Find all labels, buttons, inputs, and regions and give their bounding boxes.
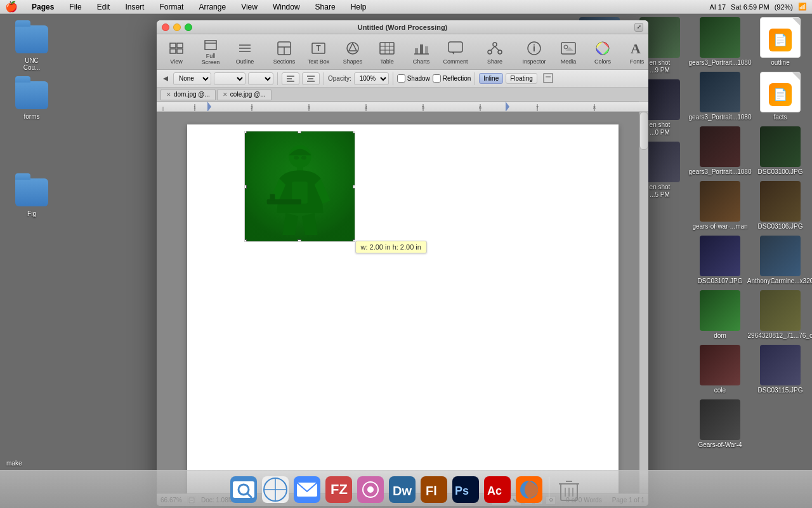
paragraph-style-select[interactable]: None bbox=[173, 72, 211, 85]
fullscreen-icon bbox=[202, 39, 219, 51]
scrollbar-vertical[interactable] bbox=[639, 112, 648, 493]
toolbar-shapes-button[interactable]: Shapes bbox=[337, 37, 369, 67]
toolbar-fullscreen-label: Full Screen bbox=[199, 53, 223, 65]
dock-photoshop[interactable]: Ps bbox=[451, 475, 480, 504]
menu-pages[interactable]: Pages bbox=[28, 3, 58, 11]
window-close-button[interactable] bbox=[162, 23, 169, 31]
toolbar-comment-button[interactable]: Comment bbox=[440, 37, 471, 67]
menu-edit[interactable]: Edit bbox=[93, 3, 114, 11]
toolbar-colors-label: Colors bbox=[594, 58, 611, 65]
floating-button[interactable]: Floating bbox=[506, 73, 537, 84]
dock-firefox[interactable] bbox=[514, 475, 544, 504]
window-minimize-button[interactable] bbox=[173, 23, 181, 31]
desktop-icon-forms[interactable]: forms bbox=[6, 76, 57, 123]
menubar-adobe: AI 17 bbox=[709, 3, 726, 11]
tab-cole-close[interactable]: ✕ bbox=[223, 91, 228, 98]
dock-mail[interactable] bbox=[292, 475, 322, 504]
toolbar-textbox-button[interactable]: T Text Box bbox=[303, 37, 334, 67]
tab-dom[interactable]: ✕ dom.jpg @... bbox=[160, 89, 216, 100]
reflection-checkbox[interactable] bbox=[433, 74, 441, 83]
dock: FZ Dw Fl Ps Ac bbox=[0, 470, 812, 508]
desktop-icon-fig[interactable]: Fig bbox=[6, 173, 57, 220]
dock-finder[interactable] bbox=[229, 475, 258, 504]
tab-cole[interactable]: ✕ cole.jpg @... bbox=[217, 89, 272, 100]
desktop-icon-gears-of-war4[interactable]: Gears-of-War-4 bbox=[691, 399, 749, 449]
menu-file[interactable]: File bbox=[65, 3, 85, 11]
toolbar-outline-label: Outline bbox=[236, 58, 254, 65]
svg-text:4: 4 bbox=[365, 105, 367, 110]
desktop-icon-dsc03115[interactable]: DSC03115.JPG bbox=[752, 345, 809, 394]
reflection-checkbox-label: Reflection bbox=[433, 74, 471, 83]
toolbar-view-button[interactable]: View bbox=[160, 37, 192, 67]
toolbar-table-button[interactable]: Table bbox=[371, 37, 403, 67]
svg-marker-15 bbox=[349, 43, 357, 51]
toolbar-sections-button[interactable]: Sections bbox=[268, 37, 300, 67]
desktop-icon-dsc03100[interactable]: DSC03100.JPG bbox=[752, 126, 809, 176]
svg-text:T: T bbox=[316, 44, 321, 53]
toolbar-inspector-button[interactable]: i Inspector bbox=[518, 37, 550, 67]
menubar-battery: (92%) bbox=[775, 3, 793, 11]
desktop-icon-gearsofwar[interactable]: gears-of-war-...man bbox=[691, 181, 749, 231]
scrollbar-thumb[interactable] bbox=[639, 112, 648, 150]
svg-text:Ac: Ac bbox=[487, 485, 502, 497]
desktop-icon-anthony[interactable]: AnthonyCarmine...x320 bbox=[752, 236, 809, 285]
dock-dreamweaver[interactable]: Dw bbox=[388, 475, 417, 504]
shadow-checkbox[interactable] bbox=[397, 74, 405, 83]
font-family-select[interactable] bbox=[214, 72, 246, 85]
opacity-select[interactable]: 100% bbox=[354, 72, 389, 85]
svg-marker-66 bbox=[207, 102, 211, 112]
dock-flash[interactable]: Fl bbox=[419, 475, 449, 504]
toolbar-fullscreen-button[interactable]: Full Screen bbox=[195, 37, 226, 67]
media-icon bbox=[560, 39, 577, 57]
toolbar-share-button[interactable]: Share bbox=[479, 37, 511, 67]
text-align-left-button[interactable] bbox=[282, 72, 299, 85]
dock-safari[interactable] bbox=[261, 475, 290, 504]
window-zoom-button[interactable]: ⤢ bbox=[634, 23, 643, 32]
tab-dom-close[interactable]: ✕ bbox=[166, 91, 171, 98]
menu-insert[interactable]: Insert bbox=[121, 3, 148, 11]
desktop-icon-296432[interactable]: 2964320812_71...76_o bbox=[752, 290, 809, 340]
desktop-icon-gears3-3[interactable]: gears3_Portrait...1080 bbox=[691, 126, 749, 176]
dock-trash[interactable] bbox=[554, 475, 584, 504]
desktop-icon-facts[interactable]: 📄 facts bbox=[752, 72, 809, 121]
dock-acrobat[interactable]: Ac bbox=[483, 475, 512, 504]
svg-rect-0 bbox=[170, 43, 176, 48]
desktop-icon-dsc03107[interactable]: DSC03107.JPG bbox=[691, 236, 749, 285]
svg-text:7: 7 bbox=[536, 105, 539, 110]
menu-share[interactable]: Share bbox=[311, 3, 339, 11]
svg-line-31 bbox=[495, 46, 499, 51]
menu-format[interactable]: Format bbox=[155, 3, 187, 11]
dock-itunes[interactable] bbox=[356, 475, 385, 504]
svg-text:1: 1 bbox=[193, 105, 196, 110]
desktop-icon-outline[interactable]: 📄 outline bbox=[752, 17, 809, 67]
toolbar-charts-button[interactable]: Charts bbox=[405, 37, 437, 67]
toolbar-media-button[interactable]: Media bbox=[553, 37, 584, 67]
document-image[interactable] bbox=[244, 131, 355, 242]
font-size-select[interactable] bbox=[248, 72, 273, 85]
menubar-wifi: 📶 bbox=[798, 3, 807, 11]
desktop-icon-gears3-2[interactable]: gears3_Portrait...1080 bbox=[691, 72, 749, 121]
apple-menu[interactable]: 🍎 bbox=[5, 1, 18, 13]
paragraph-nav-prev[interactable] bbox=[160, 74, 171, 84]
desktop-icon-dsc03106[interactable]: DSC03106.JPG bbox=[752, 181, 809, 231]
menu-help[interactable]: Help bbox=[347, 3, 370, 11]
menu-view[interactable]: View bbox=[237, 3, 261, 11]
desktop-icon-unc[interactable]: UNCCou... bbox=[6, 20, 57, 74]
charts-icon bbox=[412, 39, 430, 57]
inline-button[interactable]: Inline bbox=[479, 73, 503, 84]
desktop-icon-dom[interactable]: dom bbox=[691, 290, 749, 340]
desktop-icon-gears3-1[interactable]: gears3_Portrait...1080 bbox=[691, 17, 749, 67]
toolbar-fonts-button[interactable]: A Fonts bbox=[621, 37, 648, 67]
dock-filezilla[interactable]: FZ bbox=[324, 475, 353, 504]
desktop-icon-cole[interactable]: cole bbox=[691, 345, 749, 394]
menu-arrange[interactable]: Arrange bbox=[195, 3, 230, 11]
window-maximize-button[interactable] bbox=[185, 23, 192, 31]
text-align-center-button[interactable] bbox=[302, 72, 320, 85]
ruler: 1 2 3 4 5 6 7 8 bbox=[157, 102, 648, 112]
toolbar-outline-button[interactable]: Outline bbox=[229, 37, 261, 67]
wrap-options-button[interactable] bbox=[542, 72, 554, 85]
menu-window[interactable]: Window bbox=[269, 3, 304, 11]
toolbar-colors-button[interactable]: Colors bbox=[587, 37, 619, 67]
toolbar-comment-label: Comment bbox=[443, 58, 468, 65]
svg-rect-23 bbox=[425, 46, 428, 54]
